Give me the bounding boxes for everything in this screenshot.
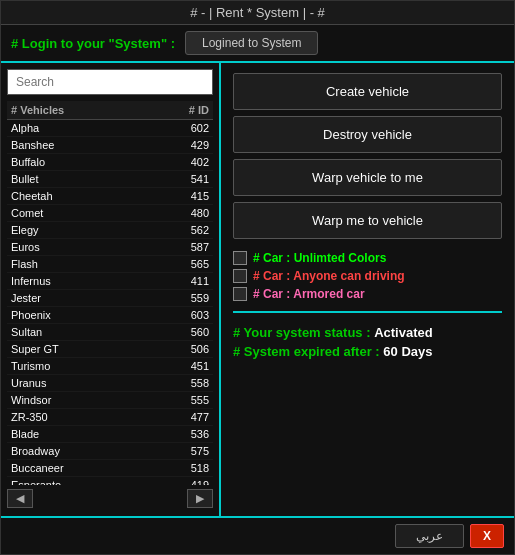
vehicle-id: 558 [159, 377, 209, 389]
checkbox-label-2: # Car : Armored car [253, 287, 365, 301]
vehicle-id: 602 [159, 122, 209, 134]
checkbox-label-1: # Car : Anyone can driving [253, 269, 405, 283]
table-row[interactable]: Elegy562 [7, 222, 213, 239]
vehicle-name: Alpha [11, 122, 159, 134]
checkbox-row-1: # Car : Anyone can driving [233, 269, 502, 283]
vehicle-name: Esperanto [11, 479, 159, 485]
vehicle-id: 402 [159, 156, 209, 168]
login-label: # Login to your "System" : [11, 36, 175, 51]
vehicle-name: Jester [11, 292, 159, 304]
vehicle-name: Sultan [11, 326, 159, 338]
table-row[interactable]: Euros587 [7, 239, 213, 256]
vehicle-id: 565 [159, 258, 209, 270]
table-row[interactable]: Flash565 [7, 256, 213, 273]
vehicle-name: Elegy [11, 224, 159, 236]
table-row[interactable]: Phoenix603 [7, 307, 213, 324]
bottom-bar: عربي X [1, 516, 514, 554]
table-row[interactable]: Uranus558 [7, 375, 213, 392]
checkbox-row-0: # Car : Unlimted Colors [233, 251, 502, 265]
create-vehicle-button[interactable]: Create vehicle [233, 73, 502, 110]
status-line-1: # Your system status : Activated [233, 325, 502, 340]
table-row[interactable]: Esperanto419 [7, 477, 213, 485]
vehicle-name: Infernus [11, 275, 159, 287]
checkbox-row-2: # Car : Armored car [233, 287, 502, 301]
checkboxes-section: # Car : Unlimted Colors # Car : Anyone c… [233, 251, 502, 301]
vehicle-name: Comet [11, 207, 159, 219]
status-label-2: # System expired after : [233, 344, 380, 359]
table-row[interactable]: Infernus411 [7, 273, 213, 290]
vehicle-id: 536 [159, 428, 209, 440]
checkbox-armored[interactable] [233, 287, 247, 301]
table-row[interactable]: Comet480 [7, 205, 213, 222]
table-row[interactable]: ZR-350477 [7, 409, 213, 426]
warp-vehicle-button[interactable]: Warp vehicle to me [233, 159, 502, 196]
vehicle-name: Euros [11, 241, 159, 253]
table-row[interactable]: Cheetah415 [7, 188, 213, 205]
search-input[interactable] [7, 69, 213, 95]
vehicle-id: 415 [159, 190, 209, 202]
table-row[interactable]: Bullet541 [7, 171, 213, 188]
arabic-button[interactable]: عربي [395, 524, 464, 548]
main-content: # Vehicles # ID Alpha602Banshee429Buffal… [1, 63, 514, 516]
vehicle-name: Bullet [11, 173, 159, 185]
destroy-vehicle-button[interactable]: Destroy vehicle [233, 116, 502, 153]
status-value-1: Activated [374, 325, 433, 340]
status-value-2: 60 Days [383, 344, 432, 359]
vehicle-id: 451 [159, 360, 209, 372]
main-window: # - | Rent * System | - # # Login to you… [0, 0, 515, 555]
table-row[interactable]: Broadway575 [7, 443, 213, 460]
vehicle-id: 562 [159, 224, 209, 236]
vehicle-name: Turismo [11, 360, 159, 372]
table-row[interactable]: Buffalo402 [7, 154, 213, 171]
col-id-header: # ID [149, 104, 209, 116]
checkbox-label-0: # Car : Unlimted Colors [253, 251, 386, 265]
checkbox-anyone-driving[interactable] [233, 269, 247, 283]
table-row[interactable]: Windsor555 [7, 392, 213, 409]
vehicle-name: Super GT [11, 343, 159, 355]
vehicle-id: 429 [159, 139, 209, 151]
vehicle-name: Flash [11, 258, 159, 270]
table-row[interactable]: Alpha602 [7, 120, 213, 137]
title-bar: # - | Rent * System | - # [1, 1, 514, 25]
status-section: # Your system status : Activated # Syste… [233, 325, 502, 359]
vehicle-id: 419 [159, 479, 209, 485]
checkbox-unlimited-colors[interactable] [233, 251, 247, 265]
vehicle-name: Blade [11, 428, 159, 440]
vehicle-id: 560 [159, 326, 209, 338]
vehicle-id: 587 [159, 241, 209, 253]
list-header: # Vehicles # ID [7, 101, 213, 120]
nav-next-button[interactable]: ▶ [187, 489, 213, 508]
warp-me-button[interactable]: Warp me to vehicle [233, 202, 502, 239]
divider-1 [233, 311, 502, 313]
table-row[interactable]: Jester559 [7, 290, 213, 307]
vehicle-name: Buccaneer [11, 462, 159, 474]
vehicle-name: ZR-350 [11, 411, 159, 423]
vehicle-id: 506 [159, 343, 209, 355]
vehicle-id: 480 [159, 207, 209, 219]
nav-prev-button[interactable]: ◀ [7, 489, 33, 508]
spacer [233, 365, 502, 506]
vehicle-list[interactable]: Alpha602Banshee429Buffalo402Bullet541Che… [7, 120, 213, 485]
vehicle-name: Phoenix [11, 309, 159, 321]
list-nav: ◀ ▶ [7, 487, 213, 510]
table-row[interactable]: Turismo451 [7, 358, 213, 375]
login-bar: # Login to your "System" : Logined to Sy… [1, 25, 514, 63]
vehicle-id: 559 [159, 292, 209, 304]
table-row[interactable]: Banshee429 [7, 137, 213, 154]
table-row[interactable]: Blade536 [7, 426, 213, 443]
vehicle-id: 603 [159, 309, 209, 321]
vehicle-id: 575 [159, 445, 209, 457]
status-line-2: # System expired after : 60 Days [233, 344, 502, 359]
right-panel: Create vehicle Destroy vehicle Warp vehi… [221, 63, 514, 516]
table-row[interactable]: Super GT506 [7, 341, 213, 358]
close-button[interactable]: X [470, 524, 504, 548]
vehicle-id: 411 [159, 275, 209, 287]
vehicle-id: 518 [159, 462, 209, 474]
vehicle-name: Broadway [11, 445, 159, 457]
login-button[interactable]: Logined to System [185, 31, 318, 55]
vehicle-id: 555 [159, 394, 209, 406]
table-row[interactable]: Buccaneer518 [7, 460, 213, 477]
vehicle-id: 541 [159, 173, 209, 185]
table-row[interactable]: Sultan560 [7, 324, 213, 341]
vehicle-name: Banshee [11, 139, 159, 151]
